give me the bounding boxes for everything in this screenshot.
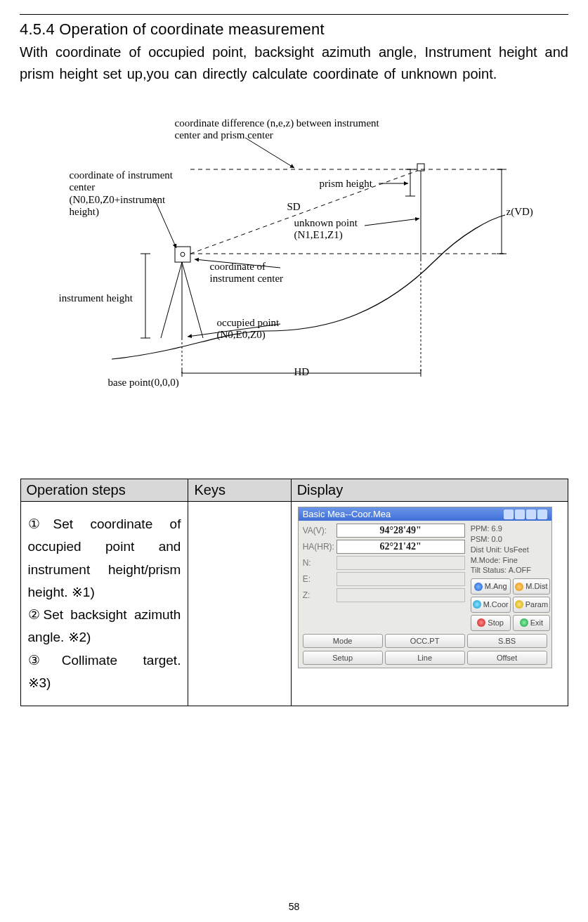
e-label: E: [303,574,337,584]
th-keys: Keys [188,479,291,502]
mang-button[interactable]: M.Ang [471,578,511,595]
diagram-label-coord-instr-center2: coordinate of instrument center [210,261,308,285]
ppm-value: 6.9 [492,524,502,533]
intro-paragraph: With coordinate of occupied point, backs… [20,41,568,85]
device-status-panel: PPM: 6.9 PSM: 0.0 Dist Unit: UsFeet M.Mo… [471,524,548,631]
occpt-button[interactable]: OCC.PT [385,634,465,648]
svg-rect-3 [175,247,190,262]
ts-label: Tilt Status: [471,566,507,574]
diagram-label-unknown: unknown point (N1,E1,Z1) [294,217,400,242]
section-heading: 4.5.4 Operation of coordinate measuremen… [20,20,568,39]
mode-button[interactable]: Mode [303,634,383,648]
device-titlebar: Basic Mea--Coor.Mea [299,507,551,521]
keys-cell [188,502,291,706]
diagram-label-instr-height: instrument height [59,292,150,304]
battery-icon [526,509,536,519]
section-number: 4.5.4 [20,20,55,38]
param-button[interactable]: Param [513,597,550,613]
z-label: Z: [303,590,337,600]
mdist-button[interactable]: M.Dist [513,578,550,595]
dot-icon [520,618,528,627]
mm-value: Fine [502,556,517,564]
dot-icon [515,583,523,591]
top-rule [20,14,568,15]
mm-label: M.Mode: [471,556,501,564]
n-field[interactable] [337,556,465,570]
dot-icon [477,618,485,627]
btn-label: M.Coor [483,599,509,610]
diagram-label-hd: HD [294,366,310,378]
diagram-label-occupied: occupied point (N0,E0,Z0) [217,317,322,342]
e-field[interactable] [337,572,465,586]
btn-label: Param [525,599,548,610]
setup-button[interactable]: Setup [303,651,383,665]
offset-button[interactable]: Offset [467,651,547,665]
section-title-text: Operation of coordinate measurement [59,20,325,38]
dot-icon [474,583,483,591]
va-field[interactable] [337,524,465,538]
svg-line-26 [245,138,294,168]
steps-cell: ①Set coordinate of occupied point and in… [20,502,188,706]
titlebar-icons [504,509,547,519]
stop-button[interactable]: Stop [471,615,511,631]
diagram-label-coord-diff: coordinate difference (n,e,z) between in… [175,117,386,142]
th-display: Display [291,479,568,502]
operation-table: Operation steps Keys Display ①Set coordi… [20,479,568,706]
va-label: VA(V): [303,526,337,535]
psm-label: PSM: [471,535,490,543]
btn-label: M.Ang [485,581,507,592]
diagram-label-prism-height: prism height [320,178,372,190]
du-label: Dist Unit: [471,545,502,554]
step-line: ③Collimate target. [28,649,181,672]
diagram-label-sd: SD [287,201,301,213]
device-title: Basic Mea--Coor.Mea [303,509,391,519]
display-cell: Basic Mea--Coor.Mea VA(V): HA(HR): [291,502,568,706]
step-line: ①Set coordinate of [28,513,181,535]
table-header-row: Operation steps Keys Display [20,479,568,502]
key-icon [537,509,547,519]
diagram-label-instr-center: coordinate of instrument center (N0,E0,Z… [70,169,182,218]
z-field[interactable] [337,588,465,602]
step-line: occupied point and [28,535,181,558]
mcoor-button[interactable]: M.Coor [471,597,511,613]
ha-field[interactable] [337,540,465,554]
diagram-label-base: base point(0,0,0) [108,377,179,389]
btn-label: M.Dist [525,581,547,592]
step-line: instrument height/prism [28,559,181,581]
btn-label: Exit [530,618,543,628]
line-button[interactable]: Line [385,651,465,665]
ha-label: HA(HR): [303,542,337,552]
step-line: ②Set backsight azimuth [28,604,181,626]
step-line: height. ※1) [28,581,181,604]
n-label: N: [303,558,337,568]
du-value: UsFeet [504,545,528,554]
th-steps: Operation steps [20,479,188,502]
dot-icon [515,600,523,609]
svg-line-0 [161,262,182,338]
ppm-label: PPM: [471,524,490,533]
device-screenshot: Basic Mea--Coor.Mea VA(V): HA(HR): [298,507,552,668]
exit-button[interactable]: Exit [513,615,550,631]
gear-icon [504,509,514,519]
dot-icon [473,600,481,609]
signal-icon [515,509,525,519]
sbs-button[interactable]: S.BS [467,634,547,648]
step-line: angle. ※2) [28,626,181,649]
diagram-label-zvd: z(VD) [507,206,533,218]
coordinate-diagram: coordinate difference (n,e,z) between in… [70,113,519,394]
btn-label: Stop [488,618,504,628]
ts-value: A.OFF [509,566,531,574]
psm-value: 0.0 [492,535,502,543]
svg-line-1 [182,262,203,338]
page-number: 58 [0,901,588,912]
step-line: ※3) [28,672,181,694]
table-row: ①Set coordinate of occupied point and in… [20,502,568,706]
